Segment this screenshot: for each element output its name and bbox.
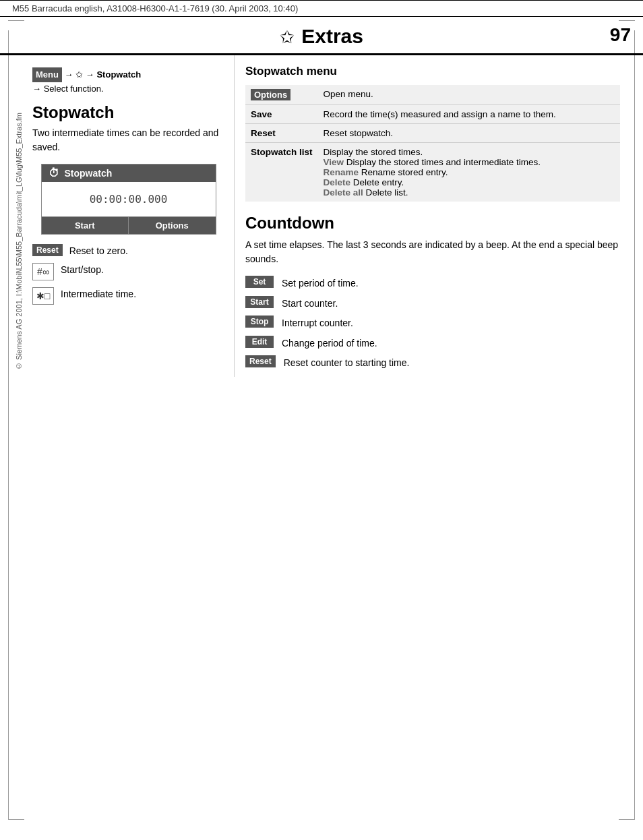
header-text: M55 Barracuda english, A31008-H6300-A1-1… xyxy=(12,3,298,13)
left-border xyxy=(8,30,9,820)
main-content: Menu → ✩ → Stopwatch → Select function. … xyxy=(26,55,631,377)
corner-bl xyxy=(8,819,24,820)
view-keyword: View xyxy=(324,157,344,167)
start-cd-label: Start counter. xyxy=(282,296,338,311)
options-badge: Options xyxy=(251,89,290,100)
key-item-hash: #∞ Start/stop. xyxy=(32,263,224,280)
menu-value-reset: Reset stopwatch. xyxy=(318,124,620,143)
set-badge: Set xyxy=(245,276,274,288)
key-item-reset: Reset Reset to zero. xyxy=(32,244,224,256)
menu-key-reset: Reset xyxy=(245,124,318,143)
reset-cd-label: Reset counter to starting time. xyxy=(284,355,410,370)
countdown-item-reset: Reset Reset counter to starting time. xyxy=(245,355,620,370)
star-label: Intermediate time. xyxy=(61,287,136,299)
stopwatch-time-display: 00:00:00.000 xyxy=(42,182,216,216)
stopwatch-display-box: ⏱ Stopwatch 00:00:00.000 Start Options xyxy=(41,164,216,235)
star-icon: ✱□ xyxy=(36,291,50,301)
edit-badge: Edit xyxy=(245,336,274,348)
countdown-item-set: Set Set period of time. xyxy=(245,276,620,291)
stopwatch-icon: ⏱ xyxy=(49,167,59,179)
countdown-items: Set Set period of time. Start Start coun… xyxy=(245,276,620,370)
breadcrumb-arrow2: → xyxy=(86,69,97,80)
breadcrumb-stopwatch: Stopwatch xyxy=(96,69,141,80)
delete-keyword: Delete xyxy=(324,177,351,187)
countdown-description: A set time elapses. The last 3 seconds a… xyxy=(245,238,620,266)
set-label: Set period of time. xyxy=(282,276,359,291)
start-button[interactable]: Start xyxy=(42,217,129,234)
sidebar-copyright: © Siemens AG 2001, I:\Mobil\L55\M55_Barr… xyxy=(12,55,26,377)
stopwatch-menu-table: Options Open menu. Save Record the time(… xyxy=(245,85,620,202)
delete-all-keyword: Delete all xyxy=(324,187,363,198)
breadcrumb-star: ✩ xyxy=(75,69,83,80)
page-container: © Siemens AG 2001, I:\Mobil\L55\M55_Barr… xyxy=(0,55,643,377)
stopwatch-buttons: Start Options xyxy=(42,216,216,234)
countdown-item-edit: Edit Change period of time. xyxy=(245,336,620,351)
right-column: Stopwatch menu Options Open menu. Save R… xyxy=(235,55,631,377)
page-title-area: ✩ Extras 97 xyxy=(0,17,643,55)
title-star: ✩ xyxy=(280,27,295,47)
breadcrumb-arrow3: → xyxy=(32,84,44,94)
stopwatch-title-bar: ⏱ Stopwatch xyxy=(42,164,216,182)
breadcrumb: Menu → ✩ → Stopwatch → Select function. xyxy=(32,67,224,95)
rename-keyword: Rename xyxy=(324,167,359,177)
stopwatch-box-title: Stopwatch xyxy=(65,168,113,179)
header-bar: M55 Barracuda english, A31008-H6300-A1-1… xyxy=(0,0,643,17)
table-row: Stopwatch list Display the stored times.… xyxy=(245,143,620,202)
hash-label: Start/stop. xyxy=(61,263,104,275)
countdown-item-stop: Stop Interrupt counter. xyxy=(245,316,620,330)
page-number: 97 xyxy=(610,24,631,46)
stopwatch-menu-title: Stopwatch menu xyxy=(245,65,620,78)
menu-key-save: Save xyxy=(245,105,318,124)
reset-badge: Reset xyxy=(32,244,63,256)
key-item-star: ✱□ Intermediate time. xyxy=(32,287,224,305)
left-column: Menu → ✩ → Stopwatch → Select function. … xyxy=(26,55,235,377)
menu-badge: Menu xyxy=(32,67,62,82)
menu-value-options: Open menu. xyxy=(318,85,620,105)
hash-key-icon: #∞ xyxy=(32,263,54,280)
countdown-item-start: Start Start counter. xyxy=(245,296,620,311)
table-row: Save Record the time(s) measured and ass… xyxy=(245,105,620,124)
start-cd-badge: Start xyxy=(245,296,274,308)
reset-cd-badge: Reset xyxy=(245,355,276,367)
stopwatch-heading: Stopwatch xyxy=(32,103,224,122)
star-key-icon: ✱□ xyxy=(32,287,54,305)
hash-icon: #∞ xyxy=(37,266,49,277)
page-title: Extras xyxy=(301,25,363,47)
stop-label: Interrupt counter. xyxy=(282,316,353,330)
stopwatch-description: Two intermediate times can be recorded a… xyxy=(32,126,224,154)
menu-key-list: Stopwatch list xyxy=(245,143,318,202)
countdown-heading: Countdown xyxy=(245,214,620,233)
reset-label: Reset to zero. xyxy=(69,244,128,256)
menu-value-save: Record the time(s) measured and assign a… xyxy=(318,105,620,124)
breadcrumb-select: Select function. xyxy=(44,84,104,94)
menu-key-options: Options xyxy=(245,85,318,105)
options-button[interactable]: Options xyxy=(129,217,216,234)
stop-badge: Stop xyxy=(245,316,274,328)
breadcrumb-arrow1: → xyxy=(65,69,76,80)
edit-label: Change period of time. xyxy=(282,336,377,351)
corner-br xyxy=(619,819,635,820)
key-items: Reset Reset to zero. #∞ Start/stop. ✱□ I… xyxy=(32,244,224,305)
table-row: Options Open menu. xyxy=(245,85,620,105)
menu-value-list: Display the stored times. View Display t… xyxy=(318,143,620,202)
countdown-section: Countdown A set time elapses. The last 3… xyxy=(245,214,620,370)
table-row: Reset Reset stopwatch. xyxy=(245,124,620,143)
right-border xyxy=(634,30,635,820)
